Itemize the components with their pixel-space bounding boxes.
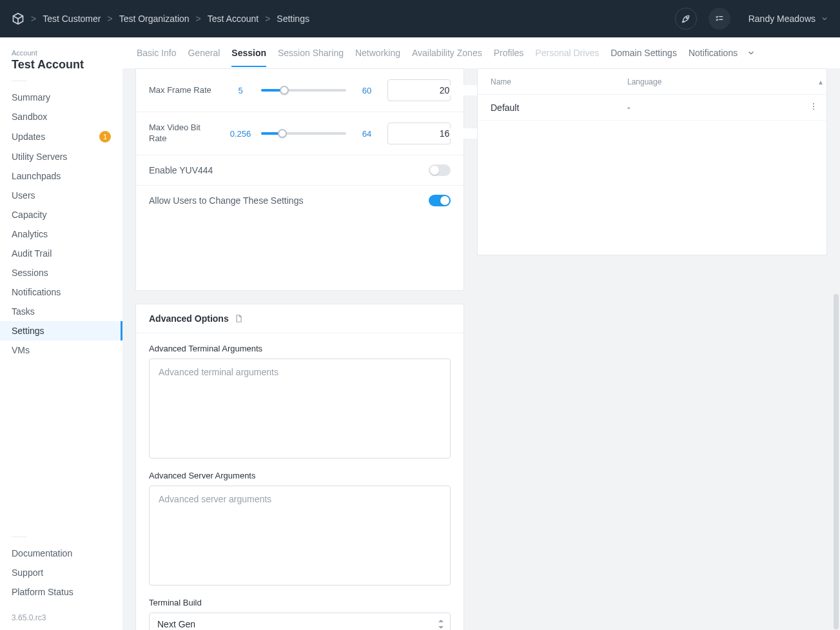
sidebar-item-sessions[interactable]: Sessions (0, 263, 122, 282)
sidebar-item-settings[interactable]: Settings (0, 321, 122, 340)
terminal-build-select[interactable]: Next Gen (149, 613, 451, 630)
sidebar-item-audit-trail[interactable]: Audit Trail (0, 244, 122, 263)
sidebar-item-label: Capacity (12, 210, 46, 220)
sidebar-item-sandbox[interactable]: Sandbox (0, 107, 122, 126)
rocket-icon[interactable] (675, 8, 697, 30)
table-row[interactable]: Default - (478, 95, 826, 121)
topbar: > Test Customer > Test Organization > Te… (0, 0, 840, 37)
user-name: Randy Meadows (748, 14, 816, 24)
sidebar-item-notifications[interactable]: Notifications (0, 282, 122, 302)
tab-personal-drives: Personal Drives (535, 39, 599, 67)
terminal-args-input[interactable] (149, 359, 451, 458)
advanced-options-card: Advanced Options Advanced Terminal Argum… (135, 304, 464, 630)
max-frame-rate-slider[interactable] (261, 89, 346, 92)
tab-availability-zones[interactable]: Availability Zones (412, 39, 482, 67)
range-max: 60 (355, 86, 378, 95)
allow-change-toggle[interactable] (429, 195, 451, 206)
sidebar-item-launchpads[interactable]: Launchpads (0, 166, 122, 186)
allow-change-row: Allow Users to Change These Settings (136, 186, 464, 290)
scrollbar[interactable] (834, 294, 839, 629)
svg-point-1 (813, 103, 814, 104)
sidebar-item-label: Users (12, 190, 35, 201)
content-scroll[interactable]: Max Frame Rate 5 60 fps (122, 68, 840, 630)
main: Basic Info General Session Session Shari… (122, 37, 840, 630)
svg-point-0 (686, 17, 687, 19)
breadcrumb-organization[interactable]: Test Organization (119, 14, 190, 24)
settings-tabs: Basic Info General Session Session Shari… (122, 37, 840, 68)
sidebar-item-utility-servers[interactable]: Utility Servers (0, 147, 122, 166)
card-heading: Advanced Options (136, 304, 464, 333)
sidebar-item-users[interactable]: Users (0, 186, 122, 205)
max-video-bit-rate-value[interactable]: Mbps (387, 123, 451, 144)
field-label: Advanced Server Arguments (149, 471, 451, 480)
chevron-down-icon (821, 15, 828, 23)
cell-name: Default (478, 103, 620, 113)
sidebar-item-capacity[interactable]: Capacity (0, 205, 122, 224)
breadcrumb-sep: > (265, 14, 270, 24)
toggle-label: Enable YUV444 (149, 165, 213, 175)
sidebar-nav: Summary Sandbox Updates1 Utility Servers… (0, 88, 122, 360)
sidebar-item-tasks[interactable]: Tasks (0, 302, 122, 321)
tabs-overflow-icon[interactable] (747, 48, 756, 57)
divider (12, 81, 27, 81)
tab-networking[interactable]: Networking (355, 39, 400, 67)
breadcrumb-sep: > (31, 14, 36, 24)
sidebar-item-label: Notifications (12, 287, 61, 297)
sidebar-item-label: Utility Servers (12, 152, 67, 162)
field-label: Terminal Build (149, 598, 451, 607)
table-header: Name Language ▴ (478, 69, 826, 95)
tab-basic-info[interactable]: Basic Info (137, 39, 176, 67)
sidebar-item-label: Launchpads (12, 171, 61, 181)
field-label: Advanced Terminal Arguments (149, 344, 451, 353)
server-args-block: Advanced Server Arguments (136, 460, 464, 587)
tab-session[interactable]: Session (231, 39, 266, 67)
max-video-bit-rate-row: Max Video Bit Rate 0.256 64 Mbps (136, 112, 464, 155)
column-name: Name (478, 77, 620, 86)
max-video-bit-rate-slider[interactable] (261, 132, 346, 135)
sidebar-link-support[interactable]: Support (0, 563, 122, 582)
languages-card: Name Language ▴ Default - (477, 68, 827, 255)
sidebar: Account Test Account Summary Sandbox Upd… (0, 37, 122, 630)
sidebar-item-label: Sessions (12, 268, 48, 278)
server-args-input[interactable] (149, 486, 451, 586)
sidebar-item-updates[interactable]: Updates1 (0, 126, 122, 147)
account-title: Test Account (0, 57, 122, 72)
breadcrumb-sep: > (196, 14, 201, 24)
tab-general[interactable]: General (188, 39, 220, 67)
enable-yuv444-toggle[interactable] (429, 164, 451, 176)
sidebar-link-platform-status[interactable]: Platform Status (0, 582, 122, 602)
row-menu-button[interactable] (801, 102, 826, 113)
enable-yuv444-row: Enable YUV444 (136, 155, 464, 186)
range-min: 5 (229, 86, 252, 95)
sidebar-item-label: Settings (12, 326, 44, 336)
sidebar-item-label: Analytics (12, 229, 48, 239)
tab-session-sharing[interactable]: Session Sharing (278, 39, 344, 67)
sidebar-link-documentation[interactable]: Documentation (0, 544, 122, 563)
range-min: 0.256 (229, 129, 252, 139)
cell-language: - (620, 103, 801, 113)
app-logo-icon[interactable] (12, 12, 24, 25)
tasks-icon[interactable] (708, 8, 730, 30)
max-frame-rate-value[interactable]: fps (387, 79, 451, 101)
breadcrumb: > Test Customer > Test Organization > Te… (31, 14, 309, 24)
breadcrumb-customer[interactable]: Test Customer (43, 14, 101, 24)
account-section-label: Account (0, 49, 122, 57)
setting-label: Max Video Bit Rate (149, 123, 220, 144)
terminal-args-block: Advanced Terminal Arguments (136, 333, 464, 460)
kebab-icon (809, 102, 818, 111)
sidebar-item-analytics[interactable]: Analytics (0, 224, 122, 244)
user-menu[interactable]: Randy Meadows (748, 14, 828, 24)
divider (12, 536, 27, 537)
tab-domain-settings[interactable]: Domain Settings (610, 39, 677, 67)
sidebar-item-label: Summary (12, 92, 50, 103)
sidebar-item-summary[interactable]: Summary (0, 88, 122, 107)
breadcrumb-settings[interactable]: Settings (277, 14, 309, 24)
sidebar-item-vms[interactable]: VMs (0, 340, 122, 360)
svg-point-3 (813, 108, 814, 110)
tab-profiles[interactable]: Profiles (494, 39, 524, 67)
document-icon (234, 314, 243, 323)
session-quality-card: Max Frame Rate 5 60 fps (135, 68, 464, 291)
max-frame-rate-row: Max Frame Rate 5 60 fps (136, 69, 464, 112)
tab-notifications[interactable]: Notifications (689, 39, 737, 67)
breadcrumb-account[interactable]: Test Account (208, 14, 259, 24)
